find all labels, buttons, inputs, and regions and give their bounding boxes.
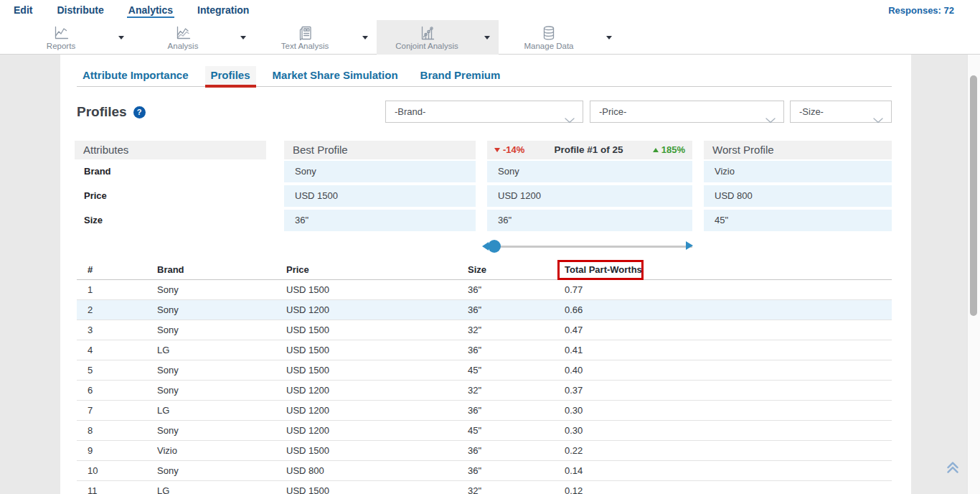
chevron-down-icon: [765, 110, 776, 131]
analytics-toolbar: Reports Analysis Text Analysis Conjoint …: [0, 20, 980, 55]
table-cell: USD 1200: [275, 381, 457, 400]
table-cell: 0.14: [554, 461, 892, 480]
table-cell: 32": [457, 381, 554, 400]
table-cell: Sony: [146, 461, 275, 480]
part-worths-table: # Brand Price Size Total Part-Worths 1So…: [77, 261, 892, 494]
scrollbar-track[interactable]: [967, 0, 980, 494]
table-cell: 0.66: [554, 300, 892, 320]
current-profile-header: -14% Profile #1 of 25 185%: [487, 141, 692, 159]
current-profile-column: -14% Profile #1 of 25 185% Sony USD 1200…: [487, 141, 692, 234]
tab-profiles[interactable]: Profiles: [205, 66, 256, 88]
column-header-price[interactable]: Price: [275, 261, 457, 279]
table-cell: 0.40: [554, 360, 892, 380]
best-profile-value: USD 1500: [284, 185, 476, 207]
caret-down-icon[interactable]: [484, 36, 490, 39]
table-cell: LG: [146, 340, 275, 360]
table-cell: USD 1200: [275, 421, 457, 440]
nav-item-analytics[interactable]: Analytics: [127, 2, 174, 18]
table-cell: 36": [457, 280, 554, 299]
table-row[interactable]: 11LGUSD 150032"0.12: [77, 481, 892, 494]
document-grid-icon: [297, 25, 313, 41]
chevron-down-icon: [565, 110, 575, 131]
price-filter-dropdown[interactable]: -Price-: [590, 101, 784, 123]
column-header-total-part-worths[interactable]: Total Part-Worths: [554, 261, 892, 279]
caret-down-icon[interactable]: [240, 36, 246, 39]
table-cell: Sony: [146, 280, 275, 299]
table-row[interactable]: 8SonyUSD 120045"0.30: [77, 421, 892, 441]
content-panel: Attribute Importance Profiles Market Sha…: [60, 55, 911, 494]
tab-bar: Attribute Importance Profiles Market Sha…: [77, 66, 506, 88]
responses-count[interactable]: Responses: 72: [888, 0, 954, 20]
decrease-badge: -14%: [494, 141, 524, 159]
table-row[interactable]: 5SonyUSD 150045"0.40: [77, 360, 892, 381]
table-cell: Sony: [146, 360, 275, 380]
table-cell: 0.22: [554, 441, 892, 460]
table-cell: 0.30: [554, 401, 892, 420]
table-cell: USD 1500: [275, 360, 457, 380]
best-profile-value: 36": [284, 210, 476, 231]
brand-filter-dropdown[interactable]: -Brand-: [385, 101, 583, 123]
triangle-down-icon: [494, 148, 500, 152]
decrease-value: -14%: [503, 141, 524, 159]
table-row[interactable]: 1SonyUSD 150036"0.77: [77, 280, 892, 300]
best-profile-value: Sony: [284, 161, 476, 182]
toolbar-reports[interactable]: Reports: [11, 20, 133, 55]
column-header-brand[interactable]: Brand: [146, 261, 275, 279]
caret-down-icon[interactable]: [606, 36, 612, 39]
page-title: Profiles: [77, 104, 127, 120]
table-cell: USD 1200: [275, 401, 457, 420]
caret-down-icon[interactable]: [118, 36, 124, 39]
nav-item-integration[interactable]: Integration: [196, 2, 250, 18]
help-icon[interactable]: ?: [133, 106, 146, 118]
table-cell: 0.12: [554, 481, 892, 494]
table-cell: 1: [77, 280, 146, 299]
worst-profile-value: Vizio: [704, 161, 892, 182]
database-icon: [541, 25, 557, 41]
table-row[interactable]: 10SonyUSD 80036"0.14: [77, 461, 892, 481]
table-cell: USD 1500: [275, 320, 457, 340]
toolbar-text-analysis[interactable]: Text Analysis: [255, 20, 377, 55]
table-cell: 9: [77, 441, 146, 460]
scrollbar-thumb[interactable]: [970, 75, 977, 316]
table-cell: 4: [77, 340, 146, 360]
triangle-up-icon: [653, 148, 659, 152]
table-row[interactable]: 6SonyUSD 120032"0.37: [77, 381, 892, 401]
table-cell: 32": [457, 320, 554, 340]
slider-right-arrow-icon[interactable]: [686, 241, 693, 250]
current-profile-value: 36": [487, 210, 692, 231]
table-cell: LG: [146, 481, 275, 494]
toolbar-conjoint-analysis[interactable]: Conjoint Analysis: [377, 20, 499, 55]
table-cell: Sony: [146, 300, 275, 320]
table-row[interactable]: 3SonyUSD 150032"0.47: [77, 320, 892, 340]
table-cell: 45": [457, 360, 554, 380]
table-cell: Sony: [146, 320, 275, 340]
table-row[interactable]: 2SonyUSD 120036"0.66: [77, 300, 892, 320]
tab-market-share-simulation[interactable]: Market Share Simulation: [267, 66, 404, 88]
caret-down-icon[interactable]: [362, 36, 368, 39]
table-row[interactable]: 9VizioUSD 150036"0.22: [77, 441, 892, 461]
table-cell: 36": [457, 461, 554, 480]
tab-brand-premium[interactable]: Brand Premium: [415, 66, 507, 88]
toolbar-manage-data[interactable]: Manage Data: [499, 20, 621, 55]
table-row[interactable]: 4LGUSD 150036"0.41: [77, 340, 892, 360]
toolbar-label: Analysis: [168, 42, 199, 50]
column-header-size[interactable]: Size: [457, 261, 554, 279]
toolbar-analysis[interactable]: Analysis: [133, 20, 255, 55]
toolbar-label: Reports: [47, 42, 75, 50]
scroll-to-top-button[interactable]: [944, 458, 961, 475]
size-filter-dropdown[interactable]: -Size-: [790, 101, 892, 123]
table-cell: 11: [77, 481, 146, 494]
profile-slider-handle[interactable]: [488, 240, 501, 253]
table-row[interactable]: 7LGUSD 120036"0.30: [77, 401, 892, 421]
column-header-number[interactable]: #: [77, 261, 146, 279]
table-cell: 6: [77, 381, 146, 400]
attributes-header: Attributes: [75, 141, 266, 159]
price-filter-value: -Price-: [599, 106, 626, 117]
table-cell: Vizio: [146, 441, 275, 460]
best-profile-header: Best Profile: [284, 141, 476, 159]
profile-slider-track[interactable]: [488, 246, 692, 248]
nav-item-distribute[interactable]: Distribute: [55, 2, 105, 18]
nav-item-edit[interactable]: Edit: [12, 2, 34, 18]
tab-attribute-importance[interactable]: Attribute Importance: [77, 66, 194, 88]
table-cell: 0.41: [554, 340, 892, 360]
